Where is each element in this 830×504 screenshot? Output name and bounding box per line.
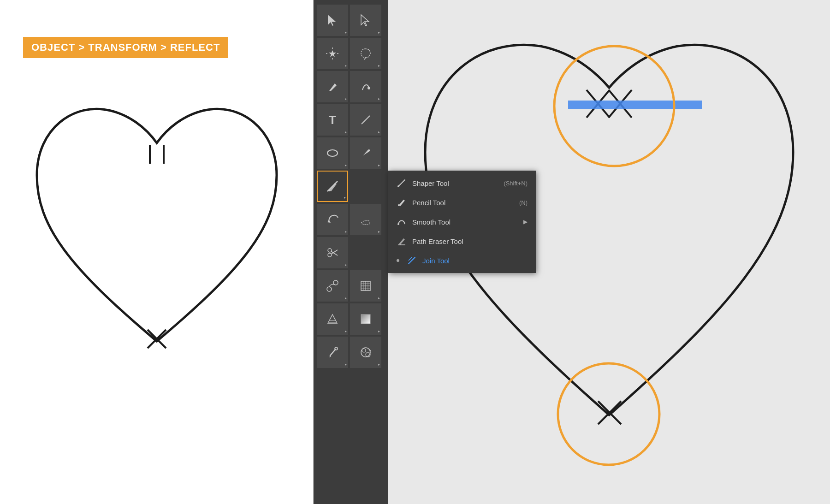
path-eraser-tool-icon xyxy=(397,236,407,246)
menu-item-pencil[interactable]: Pencil Tool (N) xyxy=(388,193,536,212)
blend-tool[interactable]: ▸ xyxy=(317,270,348,302)
paintbrush-tool[interactable]: ▸ xyxy=(350,137,381,169)
shaper-tool-label: Shaper Tool xyxy=(412,179,498,187)
tool-row-8: ▸ xyxy=(317,237,385,268)
smooth-tool-arrow: ▶ xyxy=(523,219,528,225)
path-eraser-tool-label: Path Eraser Tool xyxy=(412,237,528,245)
tool-row-3: ▸ ▸ xyxy=(317,71,385,102)
svg-marker-16 xyxy=(327,220,331,223)
smooth-tool-icon xyxy=(397,217,407,227)
svg-line-12 xyxy=(362,116,370,124)
heart-left-svg xyxy=(23,74,290,387)
svg-point-21 xyxy=(327,287,332,291)
svg-marker-30 xyxy=(328,314,337,323)
svg-marker-10 xyxy=(329,50,336,57)
appearance-tool[interactable]: ▸ xyxy=(350,337,381,368)
svg-point-41 xyxy=(398,204,400,206)
shape-tool[interactable]: ▸ xyxy=(317,137,348,169)
menu-item-smooth[interactable]: Smooth Tool ▶ xyxy=(388,212,536,231)
pencil-shaper-tool[interactable]: ▸ xyxy=(317,171,348,202)
svg-point-17 xyxy=(328,253,332,257)
svg-point-42 xyxy=(397,223,399,225)
menu-item-join[interactable]: Join Tool xyxy=(388,251,536,270)
tool-row-2: ▸ ▸ xyxy=(317,38,385,69)
tool-row-7: ▸ ▸ xyxy=(317,204,385,235)
rotate-tool[interactable]: ▸ xyxy=(317,204,348,235)
pencil-tool-label: Pencil Tool xyxy=(412,199,514,207)
tool-row-10: ▸ ▸ xyxy=(317,303,385,335)
lasso-tool[interactable]: ▸ xyxy=(350,38,381,69)
curvature-tool[interactable]: ▸ xyxy=(350,71,381,102)
svg-point-37 xyxy=(362,349,366,352)
tool-row-1: ▸ ▸ xyxy=(317,5,385,36)
type-tool[interactable]: T ▸ xyxy=(317,104,348,136)
svg-rect-33 xyxy=(361,314,370,324)
mesh-tool[interactable]: ▸ xyxy=(350,270,381,302)
eraser-tool[interactable]: ▸ xyxy=(350,204,381,235)
svg-rect-49 xyxy=(568,101,702,109)
smooth-tool-label: Smooth Tool xyxy=(412,218,518,226)
magic-wand-tool[interactable]: ▸ xyxy=(317,38,348,69)
selection-tool[interactable]: ▸ xyxy=(317,5,348,36)
line-tool[interactable]: ▸ xyxy=(350,104,381,136)
svg-point-15 xyxy=(328,190,330,191)
left-panel: OBJECT > TRANSFORM > REFLECT xyxy=(0,0,314,504)
context-menu: Shaper Tool (Shift+N) Pencil Tool (N) xyxy=(388,171,536,273)
shaper-tool-icon xyxy=(397,178,407,188)
svg-point-35 xyxy=(335,347,338,350)
tool-row-6: ▸ xyxy=(317,171,385,202)
svg-point-11 xyxy=(368,87,370,89)
menu-item-shaper[interactable]: Shaper Tool (Shift+N) xyxy=(388,173,536,193)
menu-item-path-eraser[interactable]: Path Eraser Tool xyxy=(388,231,536,251)
join-tool-label: Join Tool xyxy=(422,257,528,265)
svg-marker-5 xyxy=(361,15,369,26)
svg-point-18 xyxy=(328,249,332,252)
svg-line-44 xyxy=(409,257,412,261)
pencil-tool-shortcut: (N) xyxy=(519,199,528,206)
svg-line-34 xyxy=(330,349,336,356)
join-tool-dot xyxy=(397,259,399,262)
transform-label: OBJECT > TRANSFORM > REFLECT xyxy=(23,37,228,58)
tool-row-9: ▸ ▸ xyxy=(317,270,385,302)
tool-row-4: T ▸ ▸ xyxy=(317,104,385,136)
scissors-tool[interactable]: ▸ xyxy=(317,237,348,268)
toolbar: ▸ ▸ ▸ xyxy=(314,0,388,504)
perspective-tool[interactable]: ▸ xyxy=(317,303,348,335)
join-tool-icon xyxy=(407,255,417,266)
shaper-tool-shortcut: (Shift+N) xyxy=(504,180,528,187)
tool-row-11: ▸ ▸ xyxy=(317,337,385,368)
right-panel: ▸ ▸ ▸ xyxy=(314,0,830,504)
tool-row-5: ▸ ▸ xyxy=(317,137,385,169)
svg-marker-4 xyxy=(328,15,336,26)
gradient-tool[interactable]: ▸ xyxy=(350,303,381,335)
pen-tool[interactable]: ▸ xyxy=(317,71,348,102)
svg-point-40 xyxy=(397,185,399,187)
svg-point-13 xyxy=(327,150,338,156)
direct-selection-tool[interactable]: ▸ xyxy=(350,5,381,36)
eyedropper-tool[interactable]: ▸ xyxy=(317,337,348,368)
pencil-tool-icon xyxy=(397,197,407,208)
